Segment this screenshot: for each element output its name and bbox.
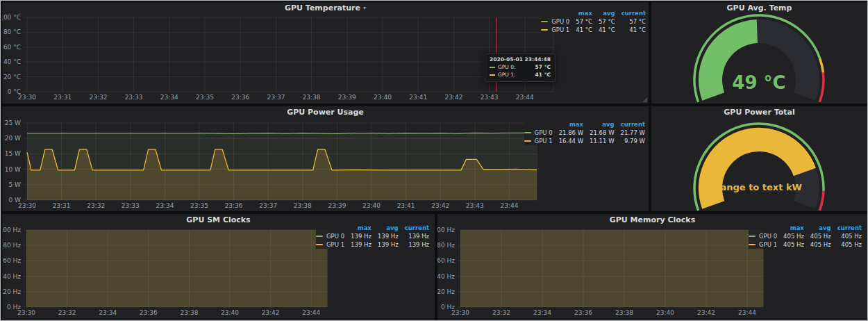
svg-text:23:40: 23:40: [374, 94, 392, 101]
svg-text:23:41: 23:41: [397, 202, 415, 209]
svg-text:100 Hz: 100 Hz: [2, 227, 21, 233]
chevron-down-icon: ▾: [363, 6, 366, 11]
legend-header-current[interactable]: current: [615, 120, 645, 129]
svg-text:23:41: 23:41: [409, 94, 427, 101]
legend-series-row[interactable]: GPU 116.44 W11.11 W9.79 W: [524, 137, 645, 145]
svg-text:40 °C: 40 °C: [3, 58, 21, 65]
svg-text:23:38: 23:38: [180, 309, 198, 316]
panel-title-text: GPU Power Total: [724, 108, 794, 117]
series-color-dash: [490, 74, 495, 76]
gauge-value-text: range to text kW: [716, 182, 802, 192]
svg-text:23:40: 23:40: [221, 309, 239, 316]
power-total-gauge: range to text kW: [651, 118, 867, 211]
legend-series-row[interactable]: GPU 057 °C57 °C57 °C: [541, 17, 646, 26]
svg-text:23:43: 23:43: [481, 94, 499, 101]
svg-text:23:34: 23:34: [99, 309, 117, 316]
panel-resize-handle[interactable]: [642, 97, 647, 102]
series-color-swatch: [316, 244, 323, 245]
svg-text:23:34: 23:34: [156, 202, 174, 209]
svg-text:23:42: 23:42: [431, 202, 449, 209]
svg-text:23:38: 23:38: [303, 94, 321, 101]
svg-text:23:43: 23:43: [466, 202, 484, 209]
series-color-swatch: [749, 244, 756, 245]
svg-text:23:32: 23:32: [87, 202, 105, 209]
svg-text:10 W: 10 W: [5, 166, 21, 173]
grafana-dashboard: GPU Temperature ▾ 0 °C20 °C40 °C60 °C80 …: [0, 0, 868, 321]
svg-text:23:42: 23:42: [697, 309, 715, 316]
tooltip-series-value: 41 °C: [528, 72, 551, 79]
svg-text:23:39: 23:39: [338, 94, 356, 101]
series-color-swatch: [749, 236, 756, 237]
svg-text:23:36: 23:36: [140, 309, 158, 316]
svg-text:23:44: 23:44: [516, 94, 534, 101]
legend-header-max[interactable]: max: [553, 120, 583, 129]
svg-text:23:37: 23:37: [267, 94, 285, 101]
svg-text:60 Hz: 60 Hz: [437, 257, 455, 264]
svg-text:23:44: 23:44: [500, 202, 518, 209]
svg-text:23:36: 23:36: [574, 309, 592, 316]
legend-series-row[interactable]: GPU 141 °C41 °C41 °C: [541, 26, 646, 34]
svg-text:23:44: 23:44: [302, 309, 320, 316]
svg-text:60 Hz: 60 Hz: [3, 257, 21, 264]
svg-text:23:32: 23:32: [492, 309, 510, 316]
svg-text:60 °C: 60 °C: [3, 44, 21, 51]
panel-gpu-memory-clocks: GPU Memory Clocks 0 Hz20 Hz40 Hz60 Hz80 …: [437, 214, 867, 320]
svg-text:23:31: 23:31: [53, 94, 72, 101]
panel-title-gpu-temperature[interactable]: GPU Temperature ▾: [2, 2, 649, 14]
svg-text:20 Hz: 20 Hz: [3, 288, 21, 295]
tooltip-row: GPU 1: 41 °C: [490, 72, 551, 79]
tooltip-series-name: GPU 0:: [498, 64, 516, 72]
svg-text:80 °C: 80 °C: [3, 28, 21, 35]
panel-title-gpu-memory-clocks[interactable]: GPU Memory Clocks: [437, 214, 867, 226]
legend-series-row[interactable]: GPU 0405 Hz405 Hz405 Hz: [749, 232, 862, 240]
series-color-swatch: [541, 21, 548, 22]
svg-text:15 W: 15 W: [5, 150, 21, 157]
svg-text:23:35: 23:35: [190, 202, 208, 209]
crosshair-tooltip: 2020-05-01 23:44:48 GPU 0: 57 °C GPU 1: …: [485, 54, 556, 82]
legend-header-row: maxavgcurrent: [524, 120, 645, 129]
svg-text:20 W: 20 W: [5, 135, 21, 142]
series-color-swatch: [316, 236, 323, 237]
panel-title-gpu-avg-temp[interactable]: GPU Avg. Temp: [651, 2, 867, 14]
svg-text:23:32: 23:32: [58, 309, 76, 316]
panel-title-text: GPU Avg. Temp: [727, 3, 792, 13]
svg-text:23:31: 23:31: [53, 202, 71, 209]
panel-gpu-temperature: GPU Temperature ▾ 0 °C20 °C40 °C60 °C80 …: [2, 2, 649, 104]
series-color-swatch: [541, 29, 548, 31]
panel-title-gpu-power-usage[interactable]: GPU Power Usage: [2, 106, 649, 118]
legend-series-row[interactable]: GPU 1405 Hz405 Hz405 Hz: [749, 240, 862, 249]
svg-text:23:40: 23:40: [656, 309, 674, 316]
svg-text:23:38: 23:38: [615, 309, 633, 316]
svg-text:23:37: 23:37: [259, 202, 277, 209]
svg-text:20 Hz: 20 Hz: [437, 288, 455, 295]
svg-text:23:32: 23:32: [89, 94, 107, 101]
legend-series-row[interactable]: GPU 0139 Hz139 Hz139 Hz: [316, 232, 429, 240]
panel-title-text: GPU SM Clocks: [186, 215, 250, 224]
sm-clocks-legend[interactable]: maxavgcurrentGPU 0139 Hz139 Hz139 HzGPU …: [316, 224, 429, 249]
svg-text:23:34: 23:34: [533, 309, 551, 316]
svg-text:23:36: 23:36: [225, 202, 243, 209]
avg-temp-gauge: 49 °C: [651, 14, 867, 104]
legend-series-row[interactable]: GPU 021.86 W21.68 W21.77 W: [524, 129, 645, 137]
tooltip-timestamp: 2020-05-01 23:44:48: [490, 56, 551, 63]
svg-text:100 Hz: 100 Hz: [437, 227, 455, 233]
svg-text:23:34: 23:34: [160, 94, 178, 101]
svg-text:100 °C: 100 °C: [2, 14, 21, 21]
power-usage-legend[interactable]: maxavgcurrentGPU 021.86 W21.68 W21.77 WG…: [524, 120, 645, 145]
svg-text:23:38: 23:38: [294, 202, 312, 209]
svg-text:23:39: 23:39: [328, 202, 346, 209]
svg-text:80 Hz: 80 Hz: [3, 242, 21, 249]
panel-title-gpu-sm-clocks[interactable]: GPU SM Clocks: [2, 214, 435, 226]
panel-title-text: GPU Memory Clocks: [610, 215, 696, 224]
tooltip-series-name: GPU 1:: [498, 72, 516, 79]
memory-clocks-legend[interactable]: maxavgcurrentGPU 0405 Hz405 Hz405 HzGPU …: [749, 224, 862, 249]
legend-series-row[interactable]: GPU 1139 Hz139 Hz139 Hz: [316, 240, 429, 249]
legend-header-avg[interactable]: avg: [583, 120, 614, 129]
svg-text:23:30: 23:30: [18, 202, 36, 209]
panel-title-gpu-power-total[interactable]: GPU Power Total: [651, 106, 867, 118]
svg-text:23:30: 23:30: [17, 309, 35, 316]
svg-text:23:30: 23:30: [451, 309, 469, 316]
tooltip-row: GPU 0: 57 °C: [490, 64, 551, 72]
series-color-swatch: [524, 140, 531, 142]
panel-gpu-power-total: GPU Power Total range to text kW: [651, 106, 867, 211]
